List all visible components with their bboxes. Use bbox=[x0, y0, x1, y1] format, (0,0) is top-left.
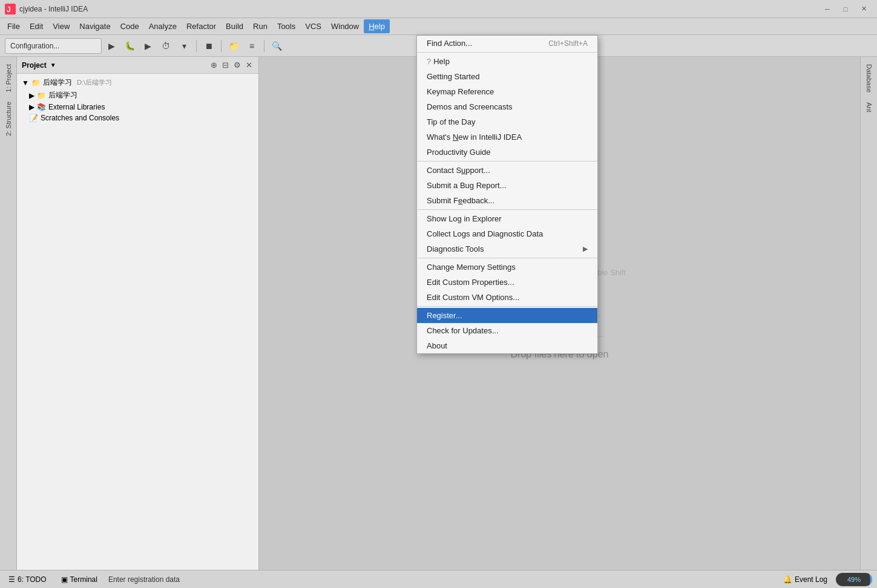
status-bar-left: ☰ 6: TODO ▣ Terminal Enter registration … bbox=[5, 574, 180, 585]
menu-item-submit-bug[interactable]: Submit a Bug Report... bbox=[417, 178, 597, 193]
sidebar-item-database[interactable]: Database bbox=[863, 59, 875, 97]
collect-logs-label: Collect Logs and Diagnostic Data bbox=[427, 229, 543, 238]
submit-feedback-label: Submit Feedback... bbox=[427, 196, 494, 205]
menu-item-about[interactable]: About bbox=[417, 338, 597, 353]
maximize-button[interactable]: □ bbox=[837, 3, 854, 15]
menu-item-change-memory[interactable]: Change Memory Settings bbox=[417, 260, 597, 275]
register-label: Register... bbox=[427, 311, 462, 320]
menu-file[interactable]: File bbox=[2, 19, 25, 33]
menu-separator-5 bbox=[417, 306, 597, 307]
folder-icon-img: 📁 bbox=[31, 79, 41, 87]
project-tree: ▼ 📁 后端学习 D:\后端学习 ▶ 📁 后端学习 ▶ 📚 External L… bbox=[17, 74, 258, 570]
menu-item-collect-logs[interactable]: Collect Logs and Diagnostic Data bbox=[417, 226, 597, 241]
menu-navigate[interactable]: Navigate bbox=[74, 19, 115, 33]
productivity-label: Productivity Guide bbox=[427, 148, 491, 157]
menu-run[interactable]: Run bbox=[248, 19, 272, 33]
menu-item-submit-feedback[interactable]: Submit Feedback... bbox=[417, 193, 597, 208]
terminal-label: Terminal bbox=[70, 575, 97, 584]
diagnostic-tools-label: Diagnostic Tools bbox=[427, 244, 484, 253]
keymap-ref-label: Keymap Reference bbox=[427, 87, 494, 96]
menu-item-whats-new[interactable]: What's New in IntelliJ IDEA bbox=[417, 129, 597, 145]
menu-item-edit-custom-props[interactable]: Edit Custom Properties... bbox=[417, 275, 597, 290]
project-view-button[interactable]: 📁 bbox=[225, 38, 242, 54]
menu-item-productivity[interactable]: Productivity Guide bbox=[417, 145, 597, 160]
status-bar: ☰ 6: TODO ▣ Terminal Enter registration … bbox=[0, 570, 877, 588]
search-everywhere-button[interactable]: 🔍 bbox=[268, 38, 285, 54]
menu-window[interactable]: Window bbox=[326, 19, 364, 33]
run-button[interactable]: ▶ bbox=[103, 38, 120, 54]
menu-item-edit-custom-vm[interactable]: Edit Custom VM Options... bbox=[417, 290, 597, 305]
project-panel-header: Project ▼ ⊕ ⊟ ⚙ ✕ bbox=[17, 57, 258, 74]
menu-item-getting-started[interactable]: Getting Started bbox=[417, 69, 597, 84]
folder-icon: ▼ bbox=[22, 79, 29, 87]
event-log-button[interactable]: 🔔 Event Log bbox=[780, 574, 831, 585]
locate-file-button[interactable]: ⊕ bbox=[209, 59, 218, 71]
getting-started-label: Getting Started bbox=[427, 72, 479, 81]
toolbar-divider-2 bbox=[221, 40, 222, 52]
menu-item-contact-support[interactable]: Contact Support... bbox=[417, 163, 597, 178]
menu-item-register[interactable]: Register... bbox=[417, 308, 597, 323]
sidebar-item-structure[interactable]: 2: Structure bbox=[2, 97, 15, 141]
check-updates-label: Check for Updates... bbox=[427, 326, 499, 335]
menu-refactor[interactable]: Refactor bbox=[182, 19, 221, 33]
menu-edit[interactable]: Edit bbox=[25, 19, 48, 33]
minimize-button[interactable]: ─ bbox=[819, 3, 836, 15]
structure-view-button[interactable]: ≡ bbox=[243, 38, 260, 54]
sidebar-item-project[interactable]: 1: Project bbox=[2, 59, 15, 97]
menu-item-show-log[interactable]: Show Log in Explorer bbox=[417, 211, 597, 226]
edit-custom-vm-label: Edit Custom VM Options... bbox=[427, 293, 519, 302]
help-icon: ? bbox=[427, 57, 431, 66]
menu-code[interactable]: Code bbox=[116, 19, 144, 33]
folder-icon-inner: ▶ bbox=[29, 91, 34, 100]
project-panel-title: Project ▼ bbox=[22, 61, 56, 70]
run-with-coverage-button[interactable]: ▶ bbox=[139, 38, 156, 54]
left-panel-tabs: 1: Project 2: Structure bbox=[0, 57, 17, 570]
toolbar-divider-1 bbox=[196, 40, 197, 52]
profile-button[interactable]: ⏱ bbox=[157, 38, 174, 54]
debug-button[interactable]: 🐛 bbox=[121, 38, 138, 54]
close-panel-button[interactable]: ✕ bbox=[245, 59, 254, 71]
window-title: cjyidea - IntelliJ IDEA bbox=[19, 5, 88, 13]
tree-item-root-inner[interactable]: ▶ 📁 后端学习 bbox=[17, 89, 258, 102]
menu-view[interactable]: View bbox=[48, 19, 74, 33]
whats-new-label: What's New in IntelliJ IDEA bbox=[427, 132, 522, 142]
run-config-dropdown[interactable]: ▾ bbox=[176, 38, 192, 54]
menu-vcs[interactable]: VCS bbox=[300, 19, 326, 33]
menu-item-check-updates[interactable]: Check for Updates... bbox=[417, 323, 597, 338]
sidebar-item-ant[interactable]: Ant bbox=[863, 97, 875, 117]
tree-item-root[interactable]: ▼ 📁 后端学习 D:\后端学习 bbox=[17, 76, 258, 89]
project-label: Project bbox=[22, 61, 47, 70]
external-libs-arrow: ▶ bbox=[29, 103, 34, 111]
menu-item-keymap-ref[interactable]: Keymap Reference bbox=[417, 84, 597, 99]
find-action-shortcut: Ctrl+Shift+A bbox=[548, 39, 588, 48]
terminal-icon: ▣ bbox=[61, 575, 68, 584]
event-log-icon: 🔔 bbox=[783, 575, 792, 584]
menu-item-tip-of-day[interactable]: Tip of the Day bbox=[417, 114, 597, 129]
menu-separator-4 bbox=[417, 258, 597, 258]
menu-item-help[interactable]: ? Help bbox=[417, 54, 597, 69]
menu-separator-2 bbox=[417, 161, 597, 162]
menu-find-action[interactable]: Find Action... Ctrl+Shift+A bbox=[417, 36, 597, 51]
todo-label: 6: TODO bbox=[18, 575, 47, 584]
stop-button[interactable]: ⏹ bbox=[200, 38, 217, 54]
show-log-label: Show Log in Explorer bbox=[427, 214, 502, 223]
find-action-label: Find Action... bbox=[427, 39, 472, 48]
menu-analyze[interactable]: Analyze bbox=[144, 19, 182, 33]
menu-item-diagnostic-tools[interactable]: Diagnostic Tools ▶ bbox=[417, 241, 597, 256]
tree-item-scratches[interactable]: 📝 Scratches and Consoles bbox=[17, 113, 258, 123]
collapse-all-button[interactable]: ⊟ bbox=[221, 59, 230, 71]
menu-help[interactable]: Help bbox=[364, 19, 390, 33]
tip-of-day-label: Tip of the Day bbox=[427, 117, 475, 126]
tree-item-external-libs[interactable]: ▶ 📚 External Libraries bbox=[17, 102, 258, 113]
run-config-selector[interactable]: Configuration... bbox=[5, 38, 102, 54]
menu-build[interactable]: Build bbox=[221, 19, 248, 33]
memory-indicator[interactable]: 49% bbox=[836, 573, 872, 586]
close-button[interactable]: ✕ bbox=[855, 3, 872, 15]
status-tab-todo[interactable]: ☰ 6: TODO bbox=[5, 574, 50, 585]
status-tab-terminal[interactable]: ▣ Terminal bbox=[57, 574, 101, 585]
todo-icon: ☰ bbox=[8, 575, 15, 584]
project-header-icons: ⊕ ⊟ ⚙ ✕ bbox=[209, 59, 254, 71]
menu-item-demos[interactable]: Demos and Screencasts bbox=[417, 99, 597, 114]
menu-tools[interactable]: Tools bbox=[272, 19, 300, 33]
settings-button[interactable]: ⚙ bbox=[232, 59, 242, 71]
